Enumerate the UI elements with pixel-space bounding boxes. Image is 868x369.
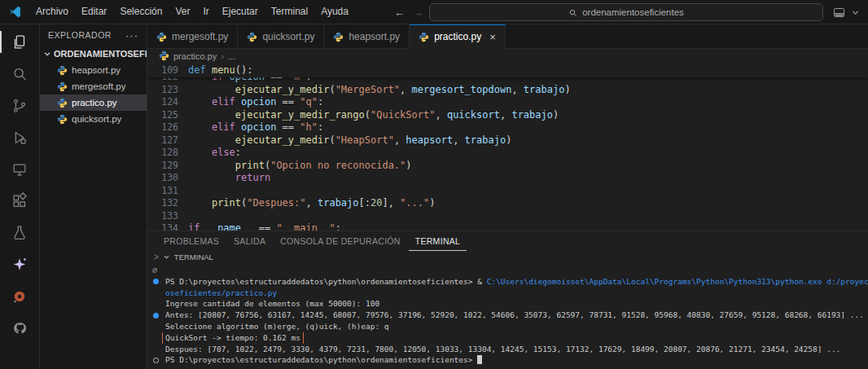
extension-orange-icon[interactable]	[0, 280, 39, 312]
code-line-126[interactable]: 126 elif opcion == "h":	[147, 121, 868, 134]
search-value: ordenamientoseficientes	[582, 7, 684, 17]
line-number-130[interactable]: 130	[147, 172, 188, 185]
terminal-decoration-slash-icon[interactable]: ⌀	[152, 265, 157, 276]
line-number-129[interactable]: 129	[147, 160, 188, 173]
code-line-132[interactable]: 132 print("Despues:", trabajo[:20], "...…	[147, 197, 868, 210]
code-editor[interactable]: 109 def menu(): 122 if opcion == "m":123…	[147, 64, 868, 231]
python-icon	[57, 114, 68, 125]
sticky-scroll-line[interactable]: 109 def menu():	[147, 64, 868, 77]
chevron-down-icon	[42, 49, 52, 59]
python-icon	[419, 32, 429, 42]
terminal-line-3: Ingrese cantidad de elementos (max 50000…	[147, 298, 868, 310]
editor-tab-heapsort.py[interactable]: heapsort.py	[324, 24, 410, 49]
terminal-line-1: PS D:\proyectos\estructuraddedatos\pytho…	[147, 276, 868, 288]
chevron-down-icon[interactable]	[851, 8, 860, 17]
code-line-134[interactable]: 134if __name__ == "__main__":	[147, 222, 868, 231]
back-arrow-icon[interactable]: ←	[394, 7, 405, 19]
editor-tab-quicksort.py[interactable]: quicksort.py	[238, 24, 324, 49]
explorer-icon[interactable]	[0, 26, 39, 58]
python-icon	[156, 32, 167, 42]
menu-item-6[interactable]: Terminal	[265, 0, 314, 24]
menu-item-4[interactable]: Ir	[196, 0, 215, 24]
terminal-line-2: oseficientes/practico.py	[147, 288, 868, 299]
editor-tab-practico.py[interactable]: practico.py×	[410, 24, 506, 49]
menu-item-0[interactable]: Archivo	[29, 0, 75, 24]
code-line-128[interactable]: 128 else:	[147, 147, 868, 160]
close-tab-icon[interactable]: ×	[489, 31, 496, 43]
vscode-window: ArchivoEditarSelecciónVerIrEjecutarTermi…	[0, 0, 868, 369]
ai-sparkle-icon[interactable]	[0, 248, 39, 280]
panel-tab-consola-de-depuraci-n[interactable]: CONSOLA DE DEPURACIÓN	[274, 231, 407, 251]
line-number-133[interactable]: 133	[147, 210, 188, 223]
code-line-125[interactable]: 125 ejecutar_y_medir_rango("QuickSort", …	[147, 109, 868, 122]
menu-bar: ArchivoEditarSelecciónVerIrEjecutarTermi…	[29, 0, 355, 24]
source-control-icon[interactable]	[0, 90, 39, 121]
panel-tab-terminal[interactable]: TERMINAL	[409, 231, 467, 251]
line-number-124[interactable]: 124	[147, 96, 188, 109]
breadcrumb-separator: ›	[221, 51, 224, 61]
terminal-line-5: Seleccione algoritmo (m)erge, (q)uick, (…	[147, 321, 868, 332]
command-center-search[interactable]: ordenamientoseficientes	[429, 3, 823, 21]
tab-bar: mergesoft.py quicksort.py heapsort.py pr…	[147, 24, 868, 49]
file-item-quicksort.py[interactable]: quicksort.py	[40, 111, 147, 127]
file-item-heapsort.py[interactable]: heapsort.py	[40, 62, 147, 78]
terminal-output[interactable]: ⌀PS D:\proyectos\estructuraddedatos\pyth…	[147, 263, 868, 369]
workspace-folder-row[interactable]: ORDENAMIENTOSEFICIEN...	[40, 46, 147, 62]
line-number-123[interactable]: 123	[147, 84, 188, 97]
code-line-131[interactable]: 131	[147, 185, 868, 198]
more-actions-icon[interactable]: ···	[125, 29, 138, 42]
remote-explorer-icon[interactable]	[0, 153, 39, 185]
panel-tab-salida[interactable]: SALIDA	[227, 231, 272, 251]
run-debug-icon[interactable]	[0, 121, 39, 153]
extensions-icon[interactable]	[0, 185, 39, 217]
code-line-130[interactable]: 130 return	[147, 172, 868, 185]
file-item-mergesoft.py[interactable]: mergesoft.py	[40, 78, 147, 94]
line-number-131[interactable]: 131	[147, 185, 188, 198]
panel-expand-icon[interactable]: >	[154, 253, 159, 261]
line-number-125[interactable]: 125	[147, 109, 188, 122]
search-sidebar-icon[interactable]	[0, 58, 39, 90]
forward-arrow-icon[interactable]: →	[413, 7, 423, 19]
github-icon[interactable]	[0, 312, 39, 344]
code-line-123[interactable]: 123 ejecutar_y_medir("MergeSort", merges…	[147, 84, 868, 97]
code-text-132: print("Despues:", trabajo[:20], "...")	[188, 197, 436, 210]
file-item-practico.py[interactable]: practico.py	[40, 94, 147, 111]
code-line-129[interactable]: 129 print("Opcion no reconocida.")	[147, 160, 868, 173]
code-text-127: ejecutar_y_medir("HeapSort", heapsort, t…	[188, 134, 511, 147]
terminal-decoration-dot-icon[interactable]	[153, 313, 159, 318]
breadcrumb-file[interactable]: practico.py	[173, 51, 217, 61]
code-text-125: ejecutar_y_medir_rango("QuickSort", quic…	[188, 109, 559, 122]
breadcrumb[interactable]: practico.py › ...	[147, 49, 868, 64]
line-number-127[interactable]: 127	[147, 134, 188, 147]
menu-item-5[interactable]: Ejecutar	[216, 0, 265, 24]
line-number-134[interactable]: 134	[147, 222, 188, 231]
code-text-124: elif opcion == "q":	[188, 96, 323, 109]
tab-label: practico.py	[434, 31, 481, 42]
panel-tab-problemas[interactable]: PROBLEMAS	[157, 231, 226, 251]
title-bar: ArchivoEditarSelecciónVerIrEjecutarTermi…	[0, 0, 868, 24]
line-number-128[interactable]: 128	[147, 147, 188, 160]
menu-item-3[interactable]: Ver	[169, 0, 196, 24]
code-lines: 122 if opcion == "m":123 ejecutar_y_medi…	[147, 64, 868, 231]
menu-item-7[interactable]: Ayuda	[314, 0, 355, 24]
code-line-127[interactable]: 127 ejecutar_y_medir("HeapSort", heapsor…	[147, 134, 868, 147]
code-text-126: elif opcion == "h":	[188, 121, 323, 134]
code-text-134: if __name__ == "__main__":	[188, 222, 341, 231]
chevron-down-icon[interactable]	[163, 253, 170, 261]
python-icon	[57, 65, 68, 76]
code-line-124[interactable]: 124 elif opcion == "q":	[147, 96, 868, 109]
code-line-133[interactable]: 133	[147, 210, 868, 223]
line-number-126[interactable]: 126	[147, 121, 188, 134]
editor-tab-mergesoft.py[interactable]: mergesoft.py	[147, 24, 238, 49]
breadcrumb-more[interactable]: ...	[228, 51, 235, 61]
sidebar-title: EXPLORADOR	[48, 30, 112, 40]
menu-item-1[interactable]: Editar	[75, 0, 113, 24]
panel-tab-bar: PROBLEMASSALIDACONSOLA DE DEPURACIÓNTERM…	[147, 231, 868, 251]
testing-icon[interactable]	[0, 217, 39, 248]
line-number-132[interactable]: 132	[147, 197, 188, 210]
terminal-decoration-dot-icon[interactable]	[153, 279, 159, 284]
terminal-section-header[interactable]: > TERMINAL	[147, 251, 868, 263]
customize-layout-icon[interactable]	[832, 6, 846, 20]
menu-item-2[interactable]: Selección	[113, 0, 169, 24]
terminal-decoration-hollow-icon[interactable]	[153, 358, 159, 363]
